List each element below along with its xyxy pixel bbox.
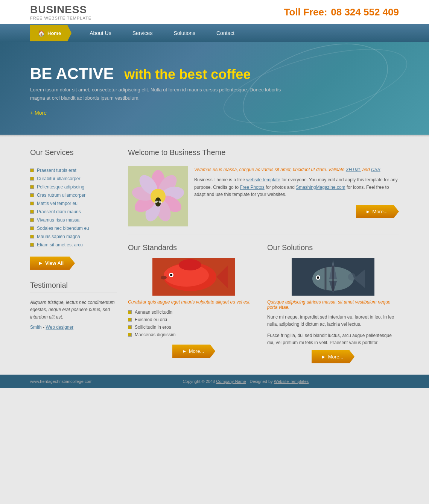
standards-image [128,258,260,296]
welcome-more-button[interactable]: More... [356,205,399,218]
toll-free-number: 08 324 552 409 [331,6,399,18]
author-role[interactable]: Web designer [46,325,73,330]
main-content: Our Services Praesent turpis eratCurabit… [0,137,429,375]
service-list-item[interactable]: Etiam sit amet est arcu [30,241,117,249]
css-link[interactable]: CSS [371,167,380,172]
welcome-content: Vivamus risus massa, congue ac varius si… [128,166,399,226]
logo-subtitle: FREE WEBSITE TEMPLATE [30,16,91,20]
welcome-section: Welcome to Business Theme [128,148,399,234]
nav-services[interactable]: Services [122,24,163,42]
home-button[interactable]: 🏠 Home [30,25,72,41]
standards-italic: Curabitur quis augue eget mauris vulputa… [128,299,260,305]
welcome-title: Welcome to Business Theme [128,148,399,160]
photos-link[interactable]: Free Photos [240,185,264,190]
nav-solutions[interactable]: Solutions [163,24,206,42]
standard-list-item: Euismod eu orci [128,316,260,323]
standard-list-item: Aenean sollicitudin [128,308,260,316]
services-title: Our Services [30,148,117,160]
right-column: Welcome to Business Theme [128,148,399,363]
angel-fish-image [267,258,399,296]
lower-sections: Our Standards [128,243,399,363]
banner-more-link[interactable]: + More [30,110,399,116]
service-list-item[interactable]: Mauris sapien magna [30,232,117,241]
logo-area: BUSINESS FREE WEBSITE TEMPLATE [30,4,91,20]
standard-list-item: Sollicitudin in eros [128,323,260,331]
svg-point-21 [161,276,167,279]
hero-banner: BE ACTIVE with the best coffee Lorem ips… [0,42,429,135]
header: BUSINESS FREE WEBSITE TEMPLATE Toll Free… [0,0,429,24]
solutions-text1: Nunc mi neque, imperdiet sed interdum eu… [267,314,399,328]
logo-title: BUSINESS [30,4,91,16]
nav-contact[interactable]: Contact [206,24,245,42]
template-link[interactable]: website template [246,177,280,182]
view-all-button[interactable]: View All [30,257,75,270]
solutions-italic: Quisque adipiscing ultrices massa, sit a… [267,299,399,310]
footer-copyright: Copyright © 2048 Company Name - Designed… [93,379,399,384]
welcome-body: Business Theme is a free website templat… [194,176,399,198]
welcome-text: Vivamus risus massa, congue ac varius si… [194,166,399,226]
testimonial-section: Testimonial Aliquam tristique, lectus ne… [30,281,117,330]
author-name: Smith [30,325,42,330]
nav-about[interactable]: About Us [79,24,122,42]
solutions-title: Our Solutions [267,243,399,252]
svg-point-17 [179,259,201,270]
service-list: Praesent turpis eratCurabitur ullamcorpe… [30,166,117,249]
welcome-image [128,166,188,226]
navigation: 🏠 Home About Us Services Solutions Conta… [0,24,429,42]
service-list-item[interactable]: Mattis vel tempor eu [30,199,117,208]
banner-heading-main: BE ACTIVE [30,65,114,82]
svg-point-30 [317,276,319,279]
designed-by-text: Designed by [250,379,273,384]
website-templates-link[interactable]: Website Templates [274,379,309,384]
service-list-item[interactable]: Sodales nec bibendum eu [30,224,117,232]
service-list-item[interactable]: Praesent turpis erat [30,166,117,175]
testimonial-text: Aliquam tristique, lectus nec condimentu… [30,299,117,321]
nav-links: About Us Services Solutions Contact [79,24,245,42]
red-fish-image [128,258,260,296]
testimonial-author: Smith - Web designer [30,325,117,330]
service-list-item[interactable]: Cras rutrum ullamcorper [30,191,117,199]
solutions-text2: Fusce fringilla, dui sed blandit luctus,… [267,332,399,346]
toll-free: Toll Free: 08 324 552 409 [284,6,399,18]
solutions-image [267,258,399,296]
copyright-text: Copyright © 2048 [183,379,215,384]
service-list-item[interactable]: Praesent diam mauris [30,208,117,216]
banner-heading-sub: with the best coffee [124,67,251,82]
flower-image [128,166,188,226]
footer: www.heritagechristiancollege.com Copyrig… [0,375,429,388]
service-list-item[interactable]: Curabitur ullamcorper [30,175,117,183]
service-list-item[interactable]: Vivamus risus massa [30,216,117,224]
xhtml-link[interactable]: XHTML [346,167,361,172]
standards-list: Aenean sollicitudinEuismod eu orciSollic… [128,308,260,339]
toll-free-label: Toll Free: [284,6,327,18]
company-name-link[interactable]: Company Name [216,379,246,384]
solutions-section: Our Solutions [267,243,399,363]
service-list-item[interactable]: Pellentesque adipiscing [30,183,117,191]
standard-list-item: Maecenas dignissim [128,331,260,339]
solutions-more-button[interactable]: More... [312,350,354,363]
banner-description: Lorem ipsum dolor sit amet, consectetur … [30,86,286,102]
home-icon: 🏠 [38,30,45,37]
standards-more-button[interactable]: More... [172,345,215,358]
standards-title: Our Standards [128,243,260,252]
svg-point-31 [348,273,356,281]
standards-section: Our Standards [128,243,260,363]
left-column: Our Services Praesent turpis eratCurabit… [30,148,117,363]
testimonial-title: Testimonial [30,281,117,293]
footer-website: www.heritagechristiancollege.com [30,379,93,384]
home-label: Home [47,30,61,36]
welcome-orange-text: Vivamus risus massa, congue ac varius si… [194,166,399,173]
svg-point-20 [170,274,172,276]
banner-heading: BE ACTIVE with the best coffee [30,65,399,83]
smashing-link[interactable]: SmashingMagazine.com [296,185,345,190]
